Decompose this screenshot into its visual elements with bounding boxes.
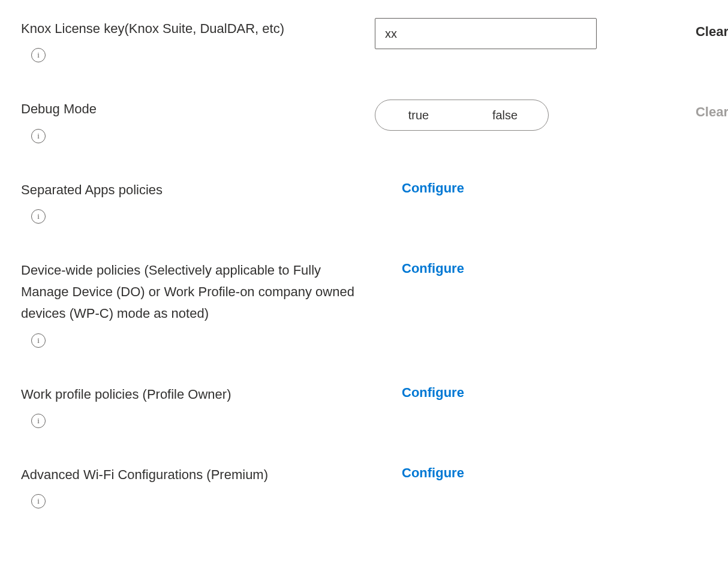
clear-col bbox=[645, 260, 728, 266]
clear-button: Clear bbox=[696, 104, 728, 120]
clear-button[interactable]: Clear bbox=[696, 24, 728, 40]
label-col: Knox License key(Knox Suite, DualDAR, et… bbox=[21, 18, 357, 62]
toggle-false[interactable]: false bbox=[462, 100, 548, 130]
toggle-true[interactable]: true bbox=[375, 100, 462, 130]
info-icon[interactable]: i bbox=[31, 414, 46, 428]
configure-button[interactable]: Configure bbox=[375, 384, 464, 401]
row-work-profile: Work profile policies (Profile Owner) i … bbox=[21, 384, 707, 428]
control-col: Configure bbox=[375, 179, 627, 196]
control-col: Configure bbox=[375, 464, 627, 481]
label-col: Debug Mode i bbox=[21, 98, 357, 143]
label-col: Device-wide policies (Selectively applic… bbox=[21, 260, 357, 348]
info-icon[interactable]: i bbox=[31, 333, 46, 348]
clear-col: Clear bbox=[645, 98, 728, 120]
clear-col: Clear bbox=[645, 18, 728, 40]
info-icon[interactable]: i bbox=[31, 494, 46, 508]
info-icon[interactable]: i bbox=[31, 209, 46, 224]
label-col: Advanced Wi-Fi Configurations (Premium) … bbox=[21, 464, 357, 508]
control-col: Configure bbox=[375, 384, 627, 401]
configure-button[interactable]: Configure bbox=[375, 260, 464, 276]
row-device-wide: Device-wide policies (Selectively applic… bbox=[21, 260, 707, 348]
row-knox-license: Knox License key(Knox Suite, DualDAR, et… bbox=[21, 18, 707, 62]
knox-license-label: Knox License key(Knox Suite, DualDAR, et… bbox=[21, 18, 357, 40]
label-col: Work profile policies (Profile Owner) i bbox=[21, 384, 357, 428]
row-separated-apps: Separated Apps policies i Configure bbox=[21, 179, 707, 224]
clear-col bbox=[645, 464, 728, 470]
clear-col bbox=[645, 384, 728, 390]
row-advanced-wifi: Advanced Wi-Fi Configurations (Premium) … bbox=[21, 464, 707, 508]
info-icon[interactable]: i bbox=[31, 48, 46, 62]
debug-mode-toggle: true false bbox=[375, 100, 549, 131]
configure-button[interactable]: Configure bbox=[375, 179, 464, 196]
separated-apps-label: Separated Apps policies bbox=[21, 179, 357, 201]
info-icon[interactable]: i bbox=[31, 129, 46, 143]
debug-mode-label: Debug Mode bbox=[21, 98, 357, 120]
control-col bbox=[375, 18, 627, 49]
configure-button[interactable]: Configure bbox=[375, 464, 464, 481]
device-wide-label: Device-wide policies (Selectively applic… bbox=[21, 260, 357, 325]
row-debug-mode: Debug Mode i true false Clear bbox=[21, 98, 707, 143]
work-profile-label: Work profile policies (Profile Owner) bbox=[21, 384, 357, 405]
label-col: Separated Apps policies i bbox=[21, 179, 357, 224]
advanced-wifi-label: Advanced Wi-Fi Configurations (Premium) bbox=[21, 464, 357, 486]
clear-col bbox=[645, 179, 728, 185]
control-col: true false bbox=[375, 98, 627, 131]
knox-license-input[interactable] bbox=[375, 18, 597, 49]
control-col: Configure bbox=[375, 260, 627, 276]
